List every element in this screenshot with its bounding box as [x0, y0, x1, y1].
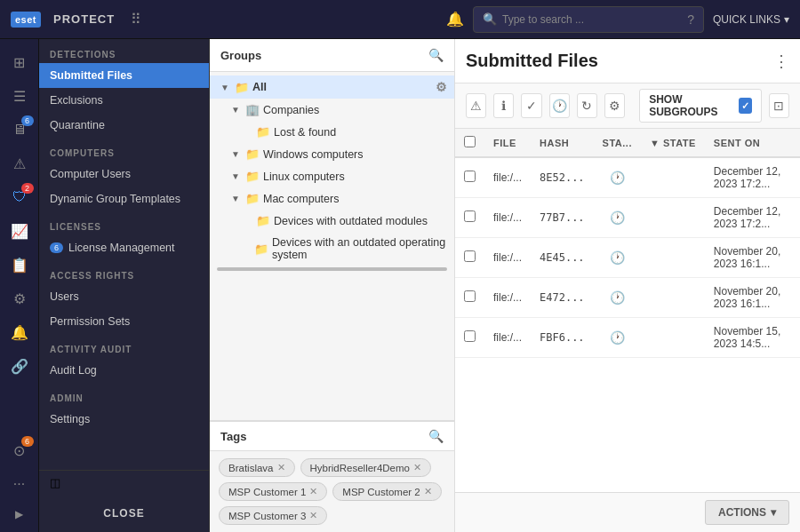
table-area: Submitted Files ⋮ ⚠ ℹ ✓ 🕐 ↻ ⚙ SHOW SUBGR… — [455, 39, 800, 532]
cell-state — [641, 157, 705, 198]
tag-remove-icon[interactable]: ✕ — [424, 486, 432, 497]
tag-remove-icon[interactable]: ✕ — [309, 486, 317, 497]
col-state: ▼ STATE — [641, 129, 705, 157]
sidebar-item-audit-log[interactable]: Audit Log — [39, 358, 209, 383]
select-all-checkbox[interactable] — [464, 136, 476, 147]
nav-sidebar-bottom: ◫ CLOSE — [39, 470, 209, 532]
search-bar[interactable]: 🔍 ? — [473, 6, 704, 33]
row-checkbox[interactable] — [464, 330, 476, 342]
tree-item-windows-computers[interactable]: ▼ 📁 Windows computers — [210, 143, 454, 165]
sidebar-icon-settings[interactable]: ⚙ — [4, 282, 36, 314]
tag-chip-msp1[interactable]: MSP Customer 1 ✕ — [219, 482, 327, 501]
row-checkbox[interactable] — [464, 210, 476, 222]
col-checkbox — [455, 129, 484, 157]
cell-sent: December 12, 2023 17:2... — [705, 157, 800, 198]
tag-chip-msp2[interactable]: MSP Customer 2 ✕ — [332, 482, 441, 501]
companies-icon: 🏢 — [245, 103, 260, 116]
quick-links-button[interactable]: QUICK LINKS ▾ — [713, 13, 789, 26]
filter-refresh-icon[interactable]: ↻ — [577, 93, 597, 118]
sidebar-item-quarantine[interactable]: Quarantine — [39, 113, 209, 138]
sidebar-icon-profile[interactable]: ⊙ 6 — [4, 434, 36, 466]
sidebar-item-computer-users[interactable]: Computer Users — [39, 162, 209, 187]
sidebar-icon-detections[interactable]: 🛡 2 — [4, 181, 36, 213]
filter-info-icon[interactable]: ℹ — [493, 93, 514, 118]
grid-icon[interactable]: ⠿ — [131, 11, 141, 28]
cell-hash: 8E52... — [531, 157, 594, 198]
nav-sidebar: DETECTIONS Submitted Files Exclusions Qu… — [39, 39, 210, 532]
show-subgroups-label: SHOW SUBGROUPS — [649, 93, 733, 118]
tag-label: HybridReseller4Demo — [310, 463, 410, 473]
sidebar-item-license-management[interactable]: 6 License Management — [39, 235, 209, 260]
icon-sidebar: ⊞ ☰ 🖥 6 ⚠ 🛡 2 📈 📋 ⚙ 🔔 🔗 ⊙ 6 ··· ▶ — [0, 39, 39, 532]
sidebar-item-users[interactable]: Users — [39, 284, 209, 309]
row-checkbox[interactable] — [464, 290, 476, 302]
bottom-bar: ACTIONS ▾ — [455, 492, 800, 532]
clock-icon[interactable]: 🕐 — [610, 290, 625, 305]
sidebar-item-submitted-files[interactable]: Submitted Files — [39, 63, 209, 88]
sidebar-icon-computers[interactable]: 🖥 6 — [4, 114, 36, 146]
row-checkbox[interactable] — [464, 250, 476, 262]
sidebar-icon-more[interactable]: ··· — [4, 468, 36, 500]
tree-item-lost-found[interactable]: ▶ 📁 Lost & found — [210, 121, 454, 143]
help-icon[interactable]: ? — [687, 12, 694, 27]
col-file: FILE — [484, 129, 531, 157]
filter-gear-icon[interactable]: ⚙ — [604, 93, 625, 118]
filter-warning-icon[interactable]: ⚠ — [466, 93, 486, 118]
actions-button[interactable]: ACTIONS ▾ — [705, 500, 789, 525]
tree-item-linux-computers[interactable]: ▼ 📁 Linux computers — [210, 165, 454, 187]
clock-icon[interactable]: 🕐 — [610, 171, 625, 185]
expand-columns-icon[interactable]: ⊡ — [769, 93, 789, 118]
groups-tree: ▼ 📁 All ⚙ ▼ 🏢 Companies ▶ 📁 Lost & found — [210, 72, 454, 420]
show-subgroups-button[interactable]: SHOW SUBGROUPS — [639, 89, 762, 123]
sidebar-icon-threats[interactable]: ⚠ — [4, 147, 36, 179]
table-topbar: Submitted Files ⋮ — [455, 39, 800, 83]
tags-search-icon[interactable]: 🔍 — [428, 429, 444, 443]
clock-icon[interactable]: 🕐 — [610, 250, 625, 265]
scrollbar[interactable] — [217, 267, 447, 271]
chevron-down-icon: ▼ — [231, 171, 242, 181]
sidebar-icon-notifications[interactable]: 🔔 — [4, 316, 36, 348]
collapse-panel-button[interactable]: ◫ — [39, 471, 209, 495]
filter-check-icon[interactable]: ✓ — [521, 93, 541, 118]
tag-remove-icon[interactable]: ✕ — [309, 510, 317, 521]
sidebar-expand-icon[interactable]: ▶ — [4, 502, 36, 527]
tag-remove-icon[interactable]: ✕ — [413, 462, 421, 473]
tree-label-lost-found: Lost & found — [274, 126, 336, 139]
tree-item-outdated-modules[interactable]: ▶ 📁 Devices with outdated modules — [210, 210, 454, 232]
tag-chip-bratislava[interactable]: Bratislava ✕ — [219, 458, 295, 477]
sidebar-icon-tasks[interactable]: 📋 — [4, 249, 36, 281]
close-button[interactable]: CLOSE — [39, 495, 209, 532]
sidebar-item-dynamic-group-templates[interactable]: Dynamic Group Templates — [39, 187, 209, 211]
tag-remove-icon[interactable]: ✕ — [277, 462, 285, 473]
row-checkbox[interactable] — [464, 171, 476, 182]
cell-state — [641, 238, 705, 278]
sidebar-item-permission-sets[interactable]: Permission Sets — [39, 309, 209, 334]
search-input[interactable] — [502, 13, 682, 26]
sidebar-item-settings[interactable]: Settings — [39, 407, 209, 432]
tree-item-companies[interactable]: ▼ 🏢 Companies — [210, 99, 454, 121]
filter-clock-icon[interactable]: 🕐 — [549, 93, 570, 118]
sort-icon: ▼ — [650, 138, 660, 148]
groups-search-icon[interactable]: 🔍 — [428, 48, 444, 62]
bell-icon[interactable]: 🔔 — [446, 11, 464, 28]
tag-chip-hybridreseller[interactable]: HybridReseller4Demo ✕ — [300, 458, 431, 477]
tree-settings-icon[interactable]: ⚙ — [436, 80, 447, 94]
sidebar-item-exclusions[interactable]: Exclusions — [39, 88, 209, 113]
cell-state — [641, 198, 705, 238]
sidebar-icon-integrations[interactable]: 🔗 — [4, 350, 36, 382]
sidebar-icon-reports[interactable]: 📈 — [4, 215, 36, 247]
table-scroll[interactable]: FILE HASH STA... ▼ STATE SENT ON — [455, 129, 800, 492]
clock-icon[interactable]: 🕐 — [610, 330, 625, 345]
tree-item-all[interactable]: ▼ 📁 All ⚙ — [210, 75, 454, 99]
tree-item-outdated-os[interactable]: ▶ 📁 Devices with an outdated operating s… — [210, 232, 454, 266]
sidebar-icon-list[interactable]: ☰ — [4, 80, 36, 112]
sidebar-icon-dashboard[interactable]: ⊞ — [4, 46, 36, 78]
more-options-icon[interactable]: ⋮ — [773, 52, 789, 71]
tree-label-outdated-os: Devices with an outdated operating syste… — [272, 236, 447, 261]
subgroups-toggle[interactable] — [739, 98, 752, 114]
tags-panel: Tags 🔍 Bratislava ✕ HybridReseller4Demo … — [210, 420, 454, 532]
tag-chip-msp3[interactable]: MSP Customer 3 ✕ — [219, 506, 327, 525]
folder-icon: 📁 — [235, 81, 249, 94]
tree-item-mac-computers[interactable]: ▼ 📁 Mac computers — [210, 187, 454, 210]
clock-icon[interactable]: 🕐 — [610, 210, 625, 225]
